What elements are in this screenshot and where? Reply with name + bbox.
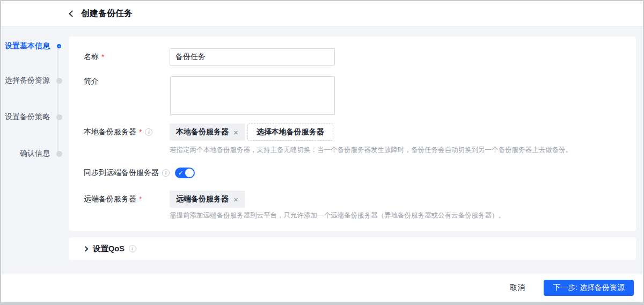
remote-server-tag: 远端备份服务器 ×: [170, 191, 245, 208]
info-icon[interactable]: i: [129, 245, 136, 252]
step-label: 选择备份资源: [5, 76, 50, 85]
qos-section-label: 设置QoS: [93, 244, 125, 254]
local-server-label: 本地备份服务器* i: [84, 124, 152, 141]
sync-remote-toggle[interactable]: ✓: [175, 168, 195, 178]
remote-server-help-text: 需提前添加远端备份服务器到云平台，只允许添加一个远端备份服务器（异地备份服务器或…: [170, 211, 505, 220]
local-server-help-text: 若指定两个本地备份服务器，支持主备无缝切换：当一个备份服务器发生故障时，备份任务…: [170, 146, 572, 155]
required-marker: *: [101, 53, 104, 61]
close-icon[interactable]: ×: [233, 128, 238, 136]
create-backup-task-window: 创建备份任务 设置基本信息 选择备份资源 设置备份策略 确认信息 名称* 简介 …: [0, 0, 644, 305]
description-textarea[interactable]: [170, 76, 335, 115]
qos-section-card: 设置QoS i: [69, 237, 636, 260]
required-marker: *: [139, 195, 142, 204]
remote-server-tag-label: 远端备份服务器: [176, 194, 229, 204]
required-marker: *: [139, 128, 142, 136]
step-marker-active: [55, 42, 63, 50]
sync-remote-label: 同步到远端备份服务器: [84, 168, 159, 178]
basic-info-form-card: 名称* 简介 本地备份服务器* i 本地备份服务器 × 选择本地备份服务器 若指…: [69, 37, 636, 231]
next-step-button[interactable]: 下一步: 选择备份资源: [544, 280, 634, 296]
toggle-knob: [185, 169, 194, 177]
cancel-button[interactable]: 取消: [509, 280, 526, 296]
step-marker: [55, 149, 63, 158]
footer-action-bar: 取消 下一步: 选择备份资源: [1, 273, 643, 302]
sync-remote-row: 同步到远端备份服务器 i ✓: [84, 168, 195, 178]
step-label: 设置备份策略: [5, 112, 50, 122]
stepper-rail: [57, 48, 58, 155]
local-server-tag-label: 本地备份服务器: [176, 127, 229, 137]
step-item-backup-policy[interactable]: 设置备份策略: [3, 112, 63, 122]
description-label: 简介: [84, 73, 99, 90]
remote-server-field: 远端备份服务器 ×: [170, 191, 245, 208]
step-label: 确认信息: [20, 149, 50, 158]
name-input[interactable]: [170, 48, 335, 66]
local-server-field: 本地备份服务器 × 选择本地备份服务器: [170, 124, 333, 141]
step-item-select-resources[interactable]: 选择备份资源: [3, 75, 63, 86]
select-local-server-button[interactable]: 选择本地备份服务器: [247, 124, 333, 141]
name-label: 名称*: [84, 48, 104, 66]
remote-server-label: 远端备份服务器*: [84, 191, 142, 208]
page-header: 创建备份任务: [1, 1, 643, 27]
close-icon[interactable]: ×: [233, 195, 238, 204]
step-item-basic-info[interactable]: 设置基本信息: [3, 41, 63, 52]
chevron-right-icon: [83, 246, 89, 251]
step-item-confirm-info[interactable]: 确认信息: [3, 148, 63, 159]
step-marker: [55, 76, 63, 85]
qos-collapse-toggle[interactable]: 设置QoS i: [84, 244, 136, 254]
back-icon[interactable]: [69, 10, 76, 17]
info-icon[interactable]: i: [162, 169, 170, 177]
check-icon: ✓: [178, 169, 183, 177]
step-label: 设置基本信息: [5, 41, 50, 51]
local-server-tag: 本地备份服务器 ×: [170, 124, 245, 141]
info-icon[interactable]: i: [145, 128, 152, 136]
page-title: 创建备份任务: [81, 8, 133, 19]
step-marker: [55, 113, 63, 121]
